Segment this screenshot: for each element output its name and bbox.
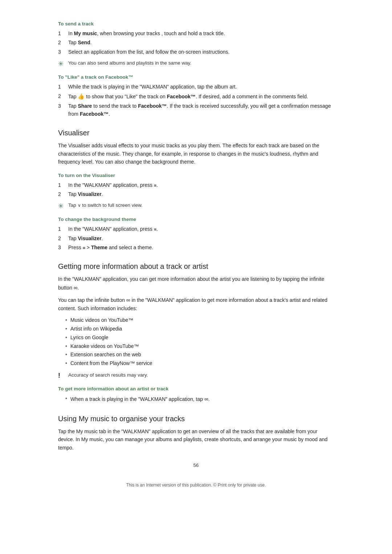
step-item: In the "WALKMAN" application, press ≡. <box>58 225 334 233</box>
tip-text: You can also send albums and playlists i… <box>68 59 191 67</box>
footer-text: This is an Internet version of this publ… <box>58 483 334 488</box>
my-music-section: Using My music to organise your tracks T… <box>58 415 334 452</box>
step-item: Tap Send. <box>58 38 334 46</box>
visualiser-heading: Visualiser <box>58 129 334 137</box>
step-text: In the "WALKMAN" application, press ≡. <box>68 225 158 233</box>
step-text: Tap Share to send the track to Facebook™… <box>68 102 334 118</box>
visualiser-tip: ✳ Tap ∨ to switch to full screen view. <box>58 202 334 210</box>
getting-info-body1: In the "WALKMAN" application, you can ge… <box>58 275 334 292</box>
visualiser-section: Visualiser The Visualiser adds visual ef… <box>58 129 334 251</box>
list-item: Music videos on YouTube™ <box>65 316 334 325</box>
turn-on-heading: To turn on the Visualiser <box>58 173 334 178</box>
get-more-info-list: When a track is playing in the "WALKMAN"… <box>58 394 334 404</box>
like-facebook-steps: While the track is playing in the "WALKM… <box>58 83 334 118</box>
step-text: Tap 👍 to show that you "Like" the track … <box>68 92 308 101</box>
change-theme-steps: In the "WALKMAN" application, press ≡. T… <box>58 225 334 251</box>
step-item: Tap 👍 to show that you "Like" the track … <box>58 92 334 101</box>
list-item: Karaoke videos on YouTube™ <box>65 342 334 351</box>
step-text: In the "WALKMAN" application, press ≡. <box>68 181 158 189</box>
like-facebook-section: To "Like" a track on Facebook™ While the… <box>58 74 334 118</box>
list-item: When a track is playing in the "WALKMAN"… <box>65 394 334 404</box>
my-music-body: Tap the My music tab in the "WALKMAN" ap… <box>58 427 334 452</box>
turn-on-visualiser-section: To turn on the Visualiser In the "WALKMA… <box>58 173 334 210</box>
step-item: While the track is playing in the "WALKM… <box>58 83 334 91</box>
send-track-steps: In My music, when browsing your tracks ,… <box>58 29 334 56</box>
tip-icon: ✳ <box>58 202 65 210</box>
step-item: Tap Visualizer. <box>58 190 334 198</box>
getting-info-section: Getting more information about a track o… <box>58 262 334 403</box>
page-number: 56 <box>58 463 334 468</box>
like-facebook-heading: To "Like" a track on Facebook™ <box>58 74 334 80</box>
getting-info-body2: You can tap the infinite button ∞ in the… <box>58 296 334 312</box>
send-track-heading: To send a track <box>58 21 334 26</box>
step-text: In My music, when browsing your tracks ,… <box>68 29 225 37</box>
step-text: Press ≡ > Theme and select a theme. <box>68 243 153 251</box>
step-text: Tap Send. <box>68 38 92 46</box>
change-theme-section: To change the background theme In the "W… <box>58 217 334 251</box>
list-item: Extension searches on the web <box>65 350 334 359</box>
list-item: Lyrics on Google <box>65 333 334 342</box>
tip-text: Tap ∨ to switch to full screen view. <box>68 202 143 209</box>
step-item: Tap Visualizer. <box>58 234 334 242</box>
step-item: Press ≡ > Theme and select a theme. <box>58 243 334 251</box>
tip-icon: ✳ <box>58 60 65 68</box>
turn-on-steps: In the "WALKMAN" application, press ≡. T… <box>58 181 334 198</box>
step-item: In the "WALKMAN" application, press ≡. <box>58 181 334 189</box>
accuracy-warning: ! Accuracy of search results may vary. <box>58 372 334 379</box>
get-more-info-heading: To get more information about an artist … <box>58 386 334 391</box>
send-track-tip: ✳ You can also send albums and playlists… <box>58 59 334 68</box>
change-theme-heading: To change the background theme <box>58 217 334 222</box>
visualiser-body: The Visualiser adds visual effects to yo… <box>58 141 334 166</box>
my-music-heading: Using My music to organise your tracks <box>58 415 334 423</box>
step-text: Tap Visualizer. <box>68 234 103 242</box>
step-item: Tap Share to send the track to Facebook™… <box>58 102 334 118</box>
step-item: Select an application from the list, and… <box>58 48 334 56</box>
step-text: Tap Visualizer. <box>68 190 103 198</box>
step-item: In My music, when browsing your tracks ,… <box>58 29 334 37</box>
step-text: While the track is playing in the "WALKM… <box>68 83 237 91</box>
warning-icon: ! <box>58 372 65 379</box>
page-content: To send a track In My music, when browsi… <box>58 0 334 509</box>
step-text: Select an application from the list, and… <box>68 48 229 56</box>
list-item: Content from the PlayNow™ service <box>65 359 334 368</box>
info-bullet-list: Music videos on YouTube™ Artist info on … <box>58 316 334 368</box>
list-item: Artist info on Wikipedia <box>65 325 334 333</box>
getting-info-heading: Getting more information about a track o… <box>58 262 334 271</box>
send-track-section: To send a track In My music, when browsi… <box>58 21 334 68</box>
warning-text: Accuracy of search results may vary. <box>68 372 148 379</box>
get-more-info-section: To get more information about an artist … <box>58 386 334 404</box>
